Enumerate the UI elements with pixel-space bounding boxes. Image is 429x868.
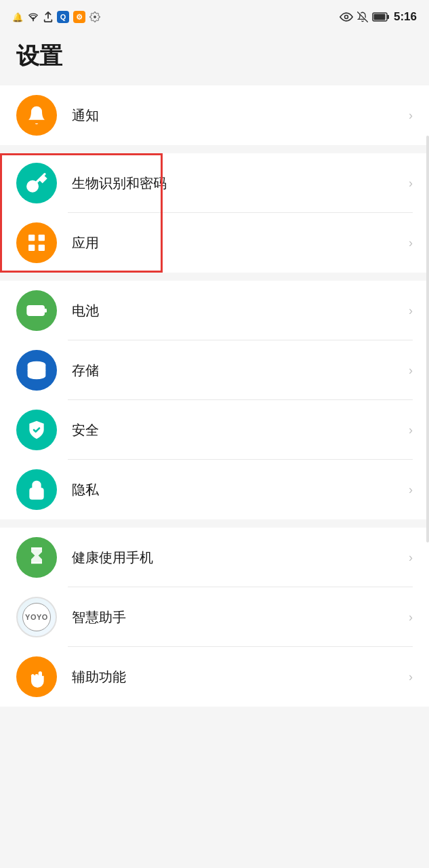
privacy-chevron: › <box>409 483 413 497</box>
health-label: 健康使用手机 <box>72 549 409 567</box>
settings-item-battery[interactable]: 电池 › <box>0 281 429 340</box>
scrollbar[interactable] <box>426 136 429 542</box>
svg-rect-11 <box>29 308 39 313</box>
battery-label: 电池 <box>72 302 409 320</box>
orange-app-icon: ⚙ <box>73 11 85 23</box>
notifications-chevron: › <box>409 108 413 123</box>
storage-chevron: › <box>409 363 413 378</box>
yoyo-text: YOYO <box>22 603 51 631</box>
apps-icon <box>16 222 57 263</box>
notifications-icon <box>16 95 57 136</box>
settings-section-3: 电池 › 存储 › 安全 › <box>0 281 429 519</box>
settings-item-health[interactable]: 健康使用手机 › <box>0 528 429 587</box>
svg-rect-9 <box>39 245 45 251</box>
assistant-chevron: › <box>409 610 413 625</box>
privacy-icon <box>16 469 57 510</box>
svg-rect-8 <box>28 245 35 251</box>
svg-rect-7 <box>39 235 45 241</box>
privacy-label: 隐私 <box>72 481 409 499</box>
storage-icon <box>16 350 57 391</box>
wifi-icon <box>27 12 39 22</box>
settings-item-accessibility[interactable]: 辅助功能 › <box>0 647 429 707</box>
settings-item-apps[interactable]: 应用 › <box>0 213 429 273</box>
muted-bell-icon <box>357 12 368 22</box>
svg-point-0 <box>33 20 34 21</box>
svg-rect-4 <box>387 15 389 19</box>
settings-section-1: 通知 › <box>0 85 429 145</box>
battery-settings-icon <box>16 290 57 331</box>
page-title: 设置 <box>0 34 429 85</box>
settings-status-icon <box>89 12 100 22</box>
notifications-label: 通知 <box>72 106 409 125</box>
settings-item-storage[interactable]: 存储 › <box>0 340 429 400</box>
time-display: 5:16 <box>394 10 417 24</box>
security-icon <box>16 410 57 450</box>
biometric-label: 生物识别和密码 <box>72 174 409 193</box>
settings-section-2: 生物识别和密码 › 应用 › <box>0 153 429 273</box>
apps-label: 应用 <box>72 234 409 252</box>
battery-icon <box>372 12 390 22</box>
svg-rect-5 <box>373 14 385 20</box>
settings-item-notifications[interactable]: 通知 › <box>0 85 429 145</box>
apps-chevron: › <box>409 236 413 250</box>
svg-line-2 <box>358 12 368 22</box>
biometric-chevron: › <box>409 176 413 191</box>
biometric-icon <box>16 163 57 203</box>
notification-status-icon: 🔔 <box>12 12 23 22</box>
security-chevron: › <box>409 423 413 437</box>
battery-chevron: › <box>409 304 413 318</box>
health-icon <box>16 537 57 578</box>
health-chevron: › <box>409 551 413 565</box>
assistant-label: 智慧助手 <box>72 608 409 627</box>
status-bar-left-icons: 🔔 Q ⚙ <box>12 11 100 23</box>
settings-section-4: 健康使用手机 › YOYO 智慧助手 › 辅助功能 › <box>0 528 429 707</box>
upload-icon <box>43 12 53 22</box>
accessibility-label: 辅助功能 <box>72 668 409 686</box>
settings-item-assistant[interactable]: YOYO 智慧助手 › <box>0 587 429 647</box>
settings-item-privacy[interactable]: 隐私 › <box>0 460 429 519</box>
settings-item-security[interactable]: 安全 › <box>0 400 429 460</box>
security-label: 安全 <box>72 421 409 439</box>
status-bar: 🔔 Q ⚙ <box>0 0 429 34</box>
svg-point-1 <box>344 16 348 19</box>
storage-label: 存储 <box>72 361 409 380</box>
status-bar-right: 5:16 <box>340 10 417 24</box>
yoyo-icon: YOYO <box>16 597 57 637</box>
accessibility-chevron: › <box>409 670 413 684</box>
q-icon: Q <box>57 11 69 23</box>
eye-icon <box>340 12 353 22</box>
svg-rect-6 <box>28 235 35 241</box>
settings-item-biometric[interactable]: 生物识别和密码 › <box>0 153 429 213</box>
accessibility-icon <box>16 656 57 697</box>
